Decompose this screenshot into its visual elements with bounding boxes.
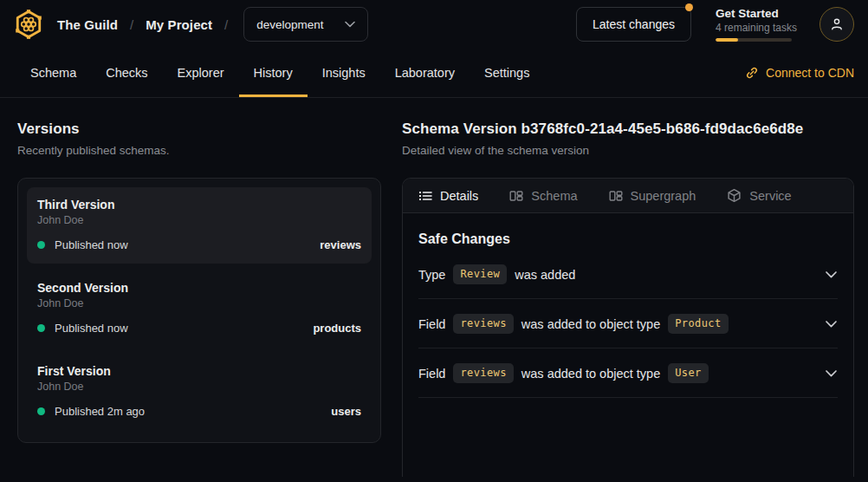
version-meta-row: Published now reviews [37, 238, 361, 251]
change-prefix: Field [418, 317, 445, 331]
version-title: Third Version [37, 198, 361, 212]
change-prefix: Field [418, 367, 445, 381]
version-author: John Doe [37, 214, 361, 226]
published-time: Published now [55, 322, 128, 335]
breadcrumb: The Guild / My Project / development [12, 7, 368, 42]
breadcrumb-separator: / [224, 17, 228, 32]
change-description: was added [515, 268, 575, 282]
topbar-right: Latest changes Get Started 4 remaining t… [576, 7, 854, 42]
versions-list: Third Version John Doe Published now rev… [17, 178, 381, 443]
schema-version-panel: Schema Version b3768fc0-21a4-45e5-b686-f… [402, 120, 854, 477]
versions-title: Versions [17, 120, 381, 138]
change-type-badge: Product [668, 314, 728, 334]
user-avatar[interactable] [819, 7, 854, 42]
detail-tab[interactable]: Details [418, 189, 478, 203]
versions-subtitle: Recently published schemas. [17, 144, 381, 157]
cube-icon [727, 188, 742, 203]
nav-tab-label: History [254, 66, 293, 80]
latest-changes-button[interactable]: Latest changes [576, 7, 691, 42]
chevron-down-icon[interactable] [825, 320, 838, 329]
version-list-item[interactable]: First Version John Doe Published 2m ago … [27, 354, 372, 430]
versions-panel: Versions Recently published schemas. Thi… [17, 120, 381, 477]
change-code-badge: reviews [453, 314, 513, 334]
published-status-dot-icon [37, 324, 45, 332]
get-started-widget[interactable]: Get Started 4 remaining tasks [716, 7, 795, 42]
service-name: products [313, 322, 361, 335]
detail-tab[interactable]: Schema [509, 189, 577, 203]
chevron-down-icon [345, 21, 355, 28]
change-description: was added to object type [521, 317, 660, 331]
schema-version-subtitle: Detailed view of the schema version [402, 144, 854, 157]
change-row[interactable]: Field reviews was added to object type U… [418, 348, 838, 398]
change-type-badge: User [668, 363, 709, 383]
nav-tab-label: Schema [30, 66, 76, 80]
service-name: users [331, 405, 361, 418]
detail-body: Safe Changes Type Review was added Field… [403, 231, 853, 398]
safe-changes-heading: Safe Changes [418, 231, 838, 247]
notification-dot [685, 3, 693, 11]
published-status-dot-icon [37, 241, 45, 249]
nav-tab[interactable]: Insights [308, 49, 380, 97]
detail-tab-label: Details [440, 189, 478, 203]
detail-tab-label: Supergraph [631, 189, 696, 203]
change-prefix: Type [418, 268, 445, 282]
link-chain-icon [745, 66, 759, 80]
target-selector-dropdown[interactable]: development [243, 7, 367, 42]
main-content: Versions Recently published schemas. Thi… [0, 98, 868, 477]
nav-tab[interactable]: History [239, 49, 308, 97]
columns-layout-icon [609, 189, 623, 203]
chevron-down-icon[interactable] [825, 369, 838, 378]
connect-to-cdn-link[interactable]: Connect to CDN [745, 49, 854, 97]
connect-to-cdn-label: Connect to CDN [766, 66, 854, 80]
columns-layout-icon [509, 189, 523, 203]
nav-tab-label: Insights [322, 66, 366, 80]
published-time: Published now [55, 238, 128, 251]
change-code-badge: reviews [453, 363, 513, 383]
top-bar: The Guild / My Project / development Lat… [0, 0, 868, 49]
nav-tab[interactable]: Laboratory [380, 49, 470, 97]
version-list-item[interactable]: Third Version John Doe Published now rev… [27, 187, 372, 264]
detail-tab[interactable]: Service [727, 188, 791, 203]
guild-hive-logo-icon[interactable] [12, 8, 45, 41]
published-time: Published 2m ago [55, 405, 145, 418]
nav-tabs: Schema Checks Explorer History Insights … [16, 49, 544, 97]
detail-tab-label: Service [749, 189, 791, 203]
change-code-badge: Review [453, 264, 507, 284]
nav-tab[interactable]: Checks [91, 49, 162, 97]
nav-tab[interactable]: Explorer [163, 49, 239, 97]
nav-tab-label: Settings [484, 66, 529, 80]
get-started-subtitle: 4 remaining tasks [716, 22, 795, 34]
nav-tab-label: Explorer [178, 66, 224, 80]
get-started-progress-track [716, 38, 792, 42]
chevron-down-icon[interactable] [825, 270, 838, 279]
detail-tabs: Details Schema [403, 179, 853, 213]
schema-version-title: Schema Version b3768fc0-21a4-45e5-b686-f… [402, 120, 854, 138]
service-name: reviews [320, 238, 361, 251]
main-nav: Schema Checks Explorer History Insights … [0, 49, 868, 98]
get-started-title: Get Started [716, 7, 795, 20]
get-started-progress-fill [716, 38, 738, 42]
breadcrumb-organization[interactable]: The Guild [57, 17, 118, 32]
version-meta-row: Published now products [37, 322, 361, 335]
version-author: John Doe [37, 381, 361, 393]
breadcrumb-separator: / [130, 17, 133, 32]
breadcrumb-project[interactable]: My Project [146, 17, 212, 32]
version-meta-row: Published 2m ago users [37, 405, 361, 418]
nav-tab[interactable]: Schema [16, 49, 91, 97]
change-description: was added to object type [521, 367, 660, 381]
version-author: John Doe [37, 297, 361, 309]
change-row[interactable]: Type Review was added [418, 250, 838, 299]
target-selector-value: development [256, 18, 323, 31]
latest-changes-wrap: Latest changes [576, 7, 691, 42]
list-icon [418, 189, 432, 203]
person-icon [828, 16, 845, 33]
nav-tab[interactable]: Settings [470, 49, 544, 97]
schema-version-detail-card: Details Schema [402, 178, 854, 477]
detail-tab-label: Schema [531, 189, 577, 203]
published-status-dot-icon [37, 407, 45, 415]
version-title: First Version [37, 364, 361, 378]
change-row[interactable]: Field reviews was added to object type P… [418, 299, 838, 348]
nav-tab-label: Checks [106, 66, 147, 80]
version-list-item[interactable]: Second Version John Doe Published now pr… [27, 270, 372, 347]
detail-tab[interactable]: Supergraph [609, 189, 696, 203]
